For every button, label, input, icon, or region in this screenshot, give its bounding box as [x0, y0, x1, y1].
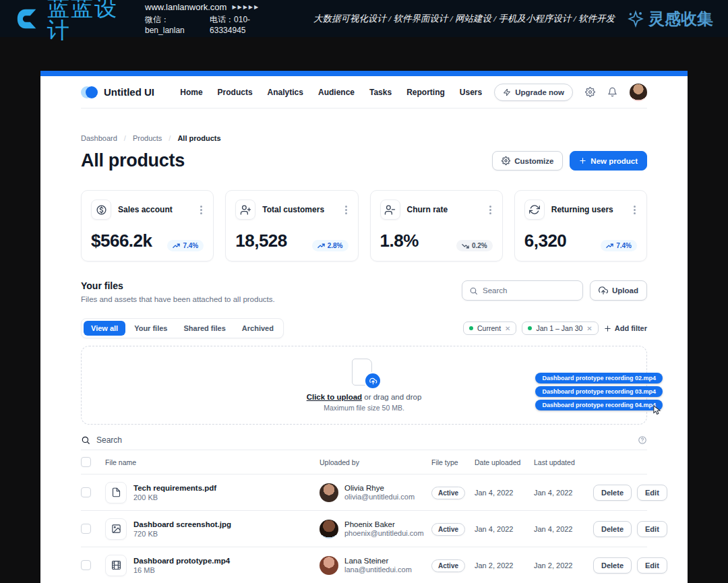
- notifications-bell-icon[interactable]: [607, 87, 617, 97]
- dots-menu-icon[interactable]: [199, 204, 204, 216]
- stat-value: 18,528: [235, 231, 287, 251]
- nav-item-analytics[interactable]: Analytics: [268, 88, 303, 97]
- phone-label: 电话：010-63334945: [210, 14, 274, 35]
- gear-icon: [502, 156, 510, 165]
- files-search[interactable]: [462, 280, 583, 301]
- uploader-avatar: [320, 483, 338, 502]
- select-all-checkbox[interactable]: [81, 457, 91, 467]
- uploader-email: olivia@untitledui.com: [344, 493, 415, 501]
- row-checkbox[interactable]: [81, 487, 91, 497]
- upload-dropzone[interactable]: Click to upload or drag and drop Maximum…: [81, 346, 647, 425]
- breadcrumb-dashboard[interactable]: Dashboard: [81, 134, 117, 142]
- files-search-input[interactable]: [483, 286, 576, 295]
- tab-your-files[interactable]: Your files: [127, 321, 175, 336]
- dots-menu-icon[interactable]: [632, 204, 637, 216]
- stat-value: 1.8%: [380, 231, 419, 251]
- new-product-button[interactable]: New product: [570, 151, 647, 171]
- upload-cloud-icon: [599, 286, 608, 295]
- row-checkbox[interactable]: [81, 524, 91, 534]
- nav-item-tasks[interactable]: Tasks: [369, 88, 392, 97]
- trend-value: 7.4%: [616, 242, 632, 249]
- status-badge: Active: [431, 559, 465, 572]
- inspiration-collect[interactable]: 灵感收集: [627, 8, 713, 30]
- user-plus-icon: [235, 200, 255, 220]
- brand-logo[interactable]: Untitled UI: [81, 86, 154, 98]
- filter-chip-label: Current: [477, 324, 501, 332]
- filter-chip-current[interactable]: Current ✕: [463, 321, 516, 335]
- table-row: Dashboard prototype.mp4 16 MB Lana Stein…: [81, 547, 647, 583]
- delete-button[interactable]: Delete: [593, 557, 632, 574]
- close-icon[interactable]: ✕: [586, 325, 592, 332]
- user-minus-icon: [380, 200, 400, 220]
- nav-item-home[interactable]: Home: [180, 88, 202, 97]
- breadcrumb-separator: /: [124, 134, 126, 142]
- user-avatar[interactable]: [630, 84, 647, 101]
- col-file-type: File type: [431, 458, 475, 466]
- page-background: Untitled UI Home Products Analytics Audi…: [0, 37, 728, 583]
- edit-button[interactable]: Edit: [637, 521, 667, 537]
- uploader-name: Olivia Rhye: [344, 484, 415, 492]
- search-icon: [469, 286, 478, 295]
- help-circle-icon[interactable]: [638, 435, 647, 445]
- trend-up-icon: [606, 243, 613, 249]
- files-section-title: Your files: [81, 280, 275, 291]
- table-search-input[interactable]: [96, 435, 632, 445]
- dots-menu-icon[interactable]: [488, 204, 493, 216]
- row-checkbox[interactable]: [81, 560, 91, 570]
- files-section-subtitle: Files and assets that have been attached…: [81, 295, 275, 303]
- green-dot-icon: [528, 326, 532, 330]
- dots-menu-icon[interactable]: [344, 204, 348, 216]
- last-updated: Jan 4, 2022: [534, 489, 593, 497]
- edit-button[interactable]: Edit: [637, 485, 667, 501]
- website-link[interactable]: www.lanlanwork.com: [145, 2, 226, 12]
- uploader-avatar: [320, 556, 338, 575]
- stat-title: Churn rate: [407, 205, 448, 214]
- view-tabs: View all Your files Shared files Archive…: [81, 318, 284, 338]
- nav-item-audience[interactable]: Audience: [318, 88, 355, 97]
- date-uploaded: Jan 4, 2022: [475, 525, 534, 533]
- upload-button[interactable]: Upload: [590, 280, 647, 301]
- lanlan-brand-text: 蓝蓝设计: [47, 0, 123, 41]
- nav-item-users[interactable]: Users: [460, 88, 482, 97]
- lanlan-logo-icon: [15, 6, 40, 32]
- table-search[interactable]: [81, 430, 647, 450]
- plus-icon: [604, 325, 611, 332]
- file-size: 16 MB: [133, 566, 230, 574]
- add-filter-button[interactable]: Add filter: [604, 324, 647, 332]
- currency-dollar-icon: [91, 200, 111, 220]
- col-uploaded-by: Uploaded by: [320, 458, 431, 466]
- lanlan-logo[interactable]: 蓝蓝设计: [15, 0, 123, 41]
- close-icon[interactable]: ✕: [505, 325, 510, 332]
- upgrade-button[interactable]: Upgrade now: [494, 84, 573, 101]
- stat-card-returning-users: Returning users 6,320 7.4%: [514, 190, 647, 262]
- dragged-file-pill[interactable]: Dashboard prototype recording 02.mp4: [535, 373, 663, 383]
- dragged-file-pill[interactable]: Dashboard prototype recording 04.mp4: [535, 400, 663, 410]
- nav-item-products[interactable]: Products: [218, 88, 253, 97]
- trend-badge: 0.2%: [456, 240, 493, 251]
- file-name: Dashboard prototype.mp4: [133, 557, 230, 565]
- trend-value: 2.8%: [328, 242, 343, 249]
- date-uploaded: Jan 4, 2022: [475, 489, 534, 497]
- nav-item-reporting[interactable]: Reporting: [406, 88, 445, 97]
- trend-badge: 7.4%: [167, 240, 204, 251]
- edit-button[interactable]: Edit: [637, 557, 667, 574]
- delete-button[interactable]: Delete: [593, 521, 632, 537]
- breadcrumb-products[interactable]: Products: [133, 134, 162, 142]
- stat-value: $566.2k: [91, 231, 152, 251]
- dragged-file-pill[interactable]: Dashboard prototype recording 03.mp4: [535, 386, 663, 397]
- tab-archived[interactable]: Archived: [235, 321, 281, 336]
- delete-button[interactable]: Delete: [593, 485, 632, 501]
- filter-chip-date-range[interactable]: Jan 1 – Jan 30 ✕: [522, 321, 598, 335]
- col-last-updated: Last updated: [534, 458, 593, 466]
- customize-button[interactable]: Customize: [492, 151, 563, 171]
- tab-view-all[interactable]: View all: [84, 321, 125, 336]
- status-badge: Active: [431, 523, 465, 536]
- click-to-upload-link[interactable]: Click to upload: [307, 393, 362, 401]
- settings-gear-icon[interactable]: [585, 87, 595, 97]
- stats-row: Sales account $566.2k 7.4% Total custome…: [81, 190, 647, 262]
- tab-shared-files[interactable]: Shared files: [176, 321, 233, 336]
- status-badge: Active: [431, 487, 465, 499]
- stat-card-total-customers: Total customers 18,528 2.8%: [225, 190, 358, 262]
- trend-value: 7.4%: [183, 242, 198, 249]
- file-document-icon: [105, 482, 127, 503]
